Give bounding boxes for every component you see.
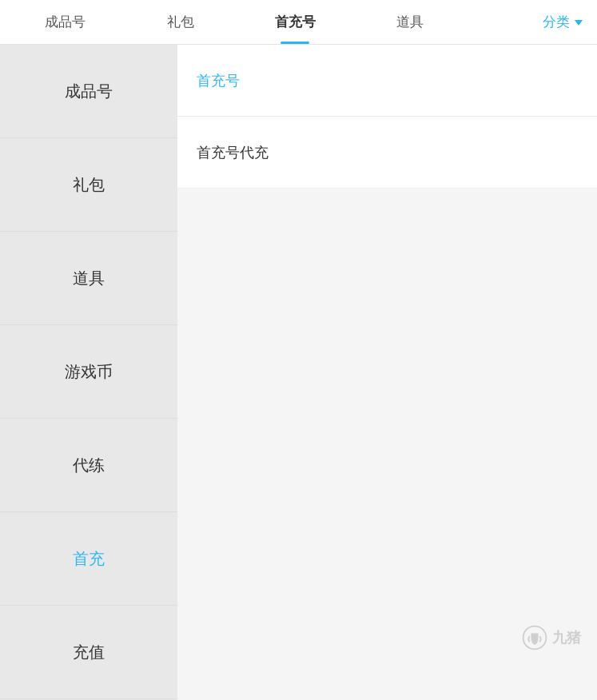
right-item-shouchonghao-daichong[interactable]: 首充号代充 xyxy=(177,117,597,189)
watermark-label: 九猪 xyxy=(552,628,581,647)
watermark: 九猪 xyxy=(520,623,581,652)
sidebar-item-daoju[interactable]: 道具 xyxy=(0,232,177,325)
nav-item-daoju[interactable]: 道具 xyxy=(352,0,468,44)
nav-item-libao[interactable]: 礼包 xyxy=(123,0,238,44)
sidebar: 成品号 礼包 道具 游戏币 代练 首充 充值 xyxy=(0,45,177,700)
chevron-down-icon xyxy=(575,20,583,26)
watermark-icon xyxy=(520,623,549,652)
sidebar-item-chongzhi[interactable]: 充值 xyxy=(0,606,177,699)
sidebar-item-youxibi[interactable]: 游戏币 xyxy=(0,325,177,419)
top-nav: 成品号 礼包 首充号 道具 分类 xyxy=(0,0,597,45)
nav-item-shouchong[interactable]: 首充号 xyxy=(238,0,353,44)
right-panel: 首充号 首充号代充 xyxy=(177,45,597,700)
sidebar-item-dailian[interactable]: 代练 xyxy=(0,419,177,512)
sidebar-item-libao[interactable]: 礼包 xyxy=(0,138,177,232)
main-content: 成品号 礼包 道具 游戏币 代练 首充 充值 首充号 首充号代充 xyxy=(0,45,597,700)
nav-item-chenpin[interactable]: 成品号 xyxy=(8,0,123,44)
sidebar-item-chenpin[interactable]: 成品号 xyxy=(0,45,177,138)
right-item-shouchonghao[interactable]: 首充号 xyxy=(177,45,597,117)
nav-filter-button[interactable]: 分类 xyxy=(468,13,589,31)
sidebar-item-shouchong[interactable]: 首充 xyxy=(0,512,177,606)
